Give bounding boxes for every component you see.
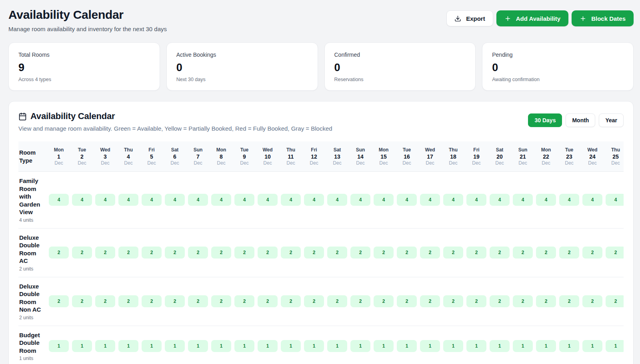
availability-cell[interactable]: 2 <box>397 247 417 259</box>
availability-cell[interactable]: 4 <box>374 194 394 206</box>
availability-cell[interactable]: 2 <box>559 295 579 307</box>
availability-cell[interactable]: 1 <box>165 340 185 352</box>
availability-cell[interactable]: 2 <box>466 295 486 307</box>
availability-cell[interactable]: 1 <box>72 340 92 352</box>
availability-cell[interactable]: 2 <box>72 295 92 307</box>
availability-cell[interactable]: 1 <box>211 340 231 352</box>
availability-cell[interactable]: 4 <box>258 194 278 206</box>
availability-cell[interactable]: 2 <box>258 295 278 307</box>
availability-cell[interactable]: 2 <box>142 247 162 259</box>
export-button[interactable]: Export <box>446 10 493 26</box>
availability-cell[interactable]: 4 <box>142 194 162 206</box>
availability-cell[interactable]: 1 <box>606 340 624 352</box>
availability-cell[interactable]: 2 <box>234 295 254 307</box>
availability-cell[interactable]: 1 <box>559 340 579 352</box>
availability-cell[interactable]: 2 <box>258 247 278 259</box>
availability-cell[interactable]: 2 <box>49 247 69 259</box>
availability-cell[interactable]: 2 <box>374 247 394 259</box>
availability-cell[interactable]: 2 <box>513 247 533 259</box>
availability-cell[interactable]: 4 <box>234 194 254 206</box>
view-button-month[interactable]: Month <box>566 113 595 127</box>
availability-cell[interactable]: 1 <box>350 340 370 352</box>
availability-cell[interactable]: 2 <box>95 295 115 307</box>
availability-cell[interactable]: 2 <box>165 295 185 307</box>
availability-cell[interactable]: 2 <box>211 247 231 259</box>
availability-cell[interactable]: 2 <box>536 295 556 307</box>
availability-cell[interactable]: 1 <box>490 340 510 352</box>
availability-cell[interactable]: 1 <box>397 340 417 352</box>
availability-cell[interactable]: 2 <box>165 247 185 259</box>
availability-cell[interactable]: 1 <box>304 340 324 352</box>
availability-cell[interactable]: 4 <box>327 194 347 206</box>
availability-cell[interactable]: 1 <box>327 340 347 352</box>
availability-cell[interactable]: 4 <box>281 194 301 206</box>
availability-cell[interactable]: 2 <box>443 247 463 259</box>
availability-cell[interactable]: 2 <box>513 295 533 307</box>
availability-cell[interactable]: 4 <box>443 194 463 206</box>
availability-cell[interactable]: 2 <box>443 295 463 307</box>
block-dates-button[interactable]: Block Dates <box>572 10 634 26</box>
availability-cell[interactable]: 2 <box>350 247 370 259</box>
availability-cell[interactable]: 4 <box>513 194 533 206</box>
availability-cell[interactable]: 4 <box>559 194 579 206</box>
availability-cell[interactable]: 2 <box>374 295 394 307</box>
availability-cell[interactable]: 2 <box>234 247 254 259</box>
availability-cell[interactable]: 1 <box>536 340 556 352</box>
availability-cell[interactable]: 4 <box>397 194 417 206</box>
availability-cell[interactable]: 1 <box>513 340 533 352</box>
availability-cell[interactable]: 2 <box>582 247 602 259</box>
availability-cell[interactable]: 4 <box>536 194 556 206</box>
availability-cell[interactable]: 4 <box>606 194 624 206</box>
availability-cell[interactable]: 2 <box>281 295 301 307</box>
availability-cell[interactable]: 1 <box>234 340 254 352</box>
availability-cell[interactable]: 4 <box>211 194 231 206</box>
availability-cell[interactable]: 2 <box>582 295 602 307</box>
availability-cell[interactable]: 1 <box>258 340 278 352</box>
availability-cell[interactable]: 2 <box>536 247 556 259</box>
availability-cell[interactable]: 2 <box>559 247 579 259</box>
availability-cell[interactable]: 2 <box>606 247 624 259</box>
availability-cell[interactable]: 1 <box>374 340 394 352</box>
availability-cell[interactable]: 2 <box>188 247 208 259</box>
availability-cell[interactable]: 4 <box>490 194 510 206</box>
availability-cell[interactable]: 2 <box>327 247 347 259</box>
availability-cell[interactable]: 2 <box>118 295 138 307</box>
availability-cell[interactable]: 1 <box>49 340 69 352</box>
availability-cell[interactable]: 4 <box>304 194 324 206</box>
availability-cell[interactable]: 2 <box>466 247 486 259</box>
availability-cell[interactable]: 2 <box>304 295 324 307</box>
availability-cell[interactable]: 1 <box>420 340 440 352</box>
availability-cell[interactable]: 2 <box>327 295 347 307</box>
availability-cell[interactable]: 2 <box>188 295 208 307</box>
availability-cell[interactable]: 4 <box>118 194 138 206</box>
availability-cell[interactable]: 1 <box>142 340 162 352</box>
availability-cell[interactable]: 2 <box>95 247 115 259</box>
availability-cell[interactable]: 2 <box>281 247 301 259</box>
availability-cell[interactable]: 2 <box>304 247 324 259</box>
availability-cell[interactable]: 2 <box>420 295 440 307</box>
availability-cell[interactable]: 4 <box>466 194 486 206</box>
availability-cell[interactable]: 2 <box>118 247 138 259</box>
availability-cell[interactable]: 1 <box>118 340 138 352</box>
availability-cell[interactable]: 4 <box>188 194 208 206</box>
availability-cell[interactable]: 1 <box>95 340 115 352</box>
add-availability-button[interactable]: Add Availability <box>496 10 568 26</box>
availability-cell[interactable]: 2 <box>490 247 510 259</box>
availability-cell[interactable]: 4 <box>95 194 115 206</box>
availability-cell[interactable]: 4 <box>49 194 69 206</box>
availability-cell[interactable]: 4 <box>582 194 602 206</box>
availability-cell[interactable]: 2 <box>211 295 231 307</box>
availability-cell[interactable]: 1 <box>582 340 602 352</box>
availability-cell[interactable]: 4 <box>420 194 440 206</box>
availability-cell[interactable]: 2 <box>606 295 624 307</box>
availability-cell[interactable]: 1 <box>443 340 463 352</box>
availability-cell[interactable]: 2 <box>490 295 510 307</box>
view-button-30-days[interactable]: 30 Days <box>528 113 562 127</box>
availability-cell[interactable]: 1 <box>281 340 301 352</box>
availability-cell[interactable]: 1 <box>188 340 208 352</box>
view-button-year[interactable]: Year <box>599 113 624 127</box>
availability-cell[interactable]: 4 <box>72 194 92 206</box>
availability-cell[interactable]: 2 <box>72 247 92 259</box>
availability-cell[interactable]: 1 <box>466 340 486 352</box>
availability-cell[interactable]: 2 <box>49 295 69 307</box>
